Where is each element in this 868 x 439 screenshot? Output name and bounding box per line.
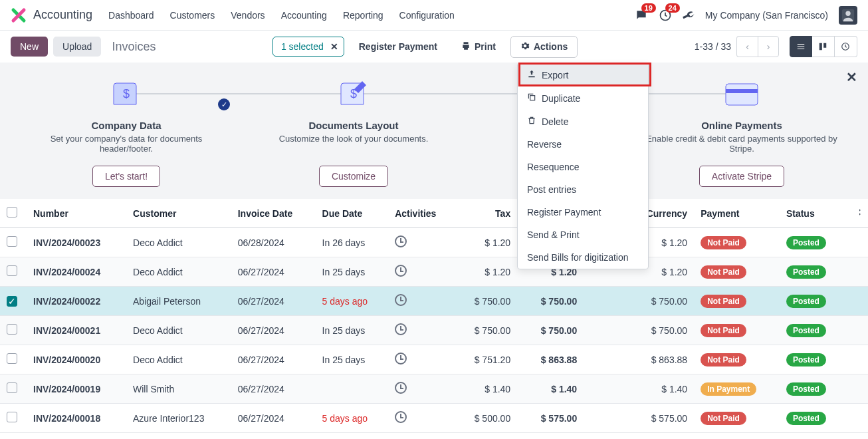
cell-invoice-date: 06/27/2024 (231, 374, 316, 404)
col-activities[interactable]: Activities (388, 199, 456, 228)
upload-icon (527, 69, 536, 80)
cell-status: Posted (780, 316, 845, 345)
messages-badge: 19 (641, 3, 656, 13)
svg-rect-9 (726, 89, 758, 93)
pager-text[interactable]: 1-33 / 33 (695, 41, 731, 52)
cell-invoice-date: 06/27/2024 (231, 316, 316, 345)
cell-payment: Not Paid (694, 316, 780, 345)
pager-prev[interactable]: ‹ (736, 36, 758, 57)
table-row[interactable]: INV/2024/00024Deco Addict06/27/2024In 25… (0, 257, 868, 287)
company-selector[interactable]: My Company (San Francisco) (705, 10, 828, 21)
table-row[interactable]: INV/2024/00023Deco Addict06/28/2024In 26… (0, 228, 868, 257)
row-checkbox[interactable] (7, 382, 17, 393)
dropdown-delete[interactable]: Delete (518, 110, 648, 133)
register-payment-button[interactable]: Register Payment (350, 37, 447, 57)
cell-due-date: In 26 days (316, 228, 389, 257)
cell-total: $ 575.00 (517, 404, 584, 433)
cell-activity[interactable] (388, 374, 456, 404)
cell-number: INV/2024/00019 (27, 374, 126, 404)
cell-payment: In Payment (694, 374, 780, 404)
columns-settings-icon[interactable] (852, 208, 861, 219)
pager-next[interactable]: › (758, 36, 779, 57)
cell-activity[interactable] (388, 257, 456, 287)
cell-invoice-date: 06/27/2024 (231, 404, 316, 433)
print-button[interactable]: Print (452, 37, 505, 57)
nav-configuration[interactable]: Configuration (399, 10, 455, 21)
cell-invoice-date: 06/27/2024 (231, 287, 316, 316)
cell-activity[interactable] (388, 404, 456, 433)
ob-btn-payments[interactable]: Activate Stripe (699, 166, 784, 187)
activities-icon[interactable]: 24 (659, 9, 672, 22)
cell-tax: $ 500.00 (456, 404, 517, 433)
col-payment[interactable]: Payment (694, 199, 780, 228)
selection-count: 1 selected (281, 41, 324, 52)
clock-icon (395, 323, 407, 335)
table-row[interactable]: INV/2024/00021Deco Addict06/27/2024In 25… (0, 316, 868, 345)
nav-accounting[interactable]: Accounting (281, 10, 327, 21)
dropdown-post-entries[interactable]: Post entries (518, 178, 648, 201)
close-icon[interactable]: ✕ (846, 69, 857, 85)
dropdown-send-print[interactable]: Send & Print (518, 223, 648, 246)
cell-due-date (316, 374, 389, 404)
dropdown-register-payment[interactable]: Register Payment (518, 201, 648, 223)
dropdown-duplicate[interactable]: Duplicate (518, 86, 648, 110)
cell-activity[interactable] (388, 345, 456, 374)
col-tax[interactable]: Tax (456, 199, 517, 228)
check-icon: ✓ (218, 98, 230, 110)
view-kanban[interactable] (812, 36, 835, 57)
row-checkbox[interactable] (7, 236, 17, 247)
cell-total: $ 750.00 (517, 316, 584, 345)
new-button[interactable]: New (11, 37, 48, 57)
dropdown-reverse[interactable]: Reverse (518, 133, 648, 156)
trash-icon (527, 116, 536, 127)
cell-number: INV/2024/00018 (27, 404, 126, 433)
cell-activity[interactable] (388, 316, 456, 345)
col-invoice-date[interactable]: Invoice Date (231, 199, 316, 228)
table-row[interactable]: INV/2024/00018Azure Interior12306/27/202… (0, 404, 868, 433)
cell-customer: Deco Addict (126, 257, 231, 287)
row-checkbox[interactable] (7, 412, 17, 422)
print-label: Print (475, 41, 496, 52)
ob-btn-layout[interactable]: Customize (319, 166, 388, 187)
col-number[interactable]: Number (27, 199, 126, 228)
cell-activity[interactable] (388, 228, 456, 257)
nav-reporting[interactable]: Reporting (343, 10, 383, 21)
table-row[interactable]: ✓INV/2024/00022Abigail Peterson06/27/202… (0, 287, 868, 316)
col-status[interactable]: Status (780, 199, 845, 228)
table-row[interactable]: INV/2024/00019Will Smith06/27/2024$ 1.40… (0, 374, 868, 404)
brand-title[interactable]: Accounting (33, 8, 92, 22)
actions-button[interactable]: Actions (510, 36, 578, 58)
cell-tax: $ 1.20 (456, 257, 517, 287)
nav-vendors[interactable]: Vendors (231, 10, 265, 21)
cell-number: INV/2024/00024 (27, 257, 126, 287)
nav-customers[interactable]: Customers (170, 10, 215, 21)
app-logo[interactable] (11, 7, 27, 23)
ob-btn-company[interactable]: Let's start! (92, 166, 160, 187)
dropdown-send-bills[interactable]: Send Bills for digitization (518, 246, 648, 269)
cell-payment: Not Paid (694, 287, 780, 316)
view-list[interactable] (790, 36, 812, 57)
actions-dropdown: Export Duplicate Delete Reverse Resequen… (517, 63, 649, 269)
ob-desc-layout: Customize the look of your documents. (254, 134, 453, 156)
row-checkbox[interactable] (7, 353, 17, 364)
col-due-date[interactable]: Due Date (316, 199, 389, 228)
cell-activity[interactable] (388, 287, 456, 316)
table-row[interactable]: INV/2024/00020Deco Addict06/27/2024In 25… (0, 345, 868, 374)
tools-icon[interactable] (681, 7, 696, 23)
dropdown-export[interactable]: Export (518, 63, 648, 86)
upload-button[interactable]: Upload (53, 37, 101, 57)
row-checkbox[interactable]: ✓ (7, 296, 17, 307)
select-all-checkbox[interactable] (7, 207, 17, 218)
view-activity[interactable] (835, 36, 857, 57)
messages-icon[interactable]: 19 (635, 9, 648, 22)
documents-layout-icon: $ (337, 78, 370, 111)
dropdown-resequence[interactable]: Resequence (518, 156, 648, 178)
row-checkbox[interactable] (7, 324, 17, 335)
col-customer[interactable]: Customer (126, 199, 231, 228)
nav-dashboard[interactable]: Dashboard (108, 10, 154, 21)
clock-icon (395, 265, 407, 277)
row-checkbox[interactable] (7, 265, 17, 276)
avatar[interactable] (839, 6, 857, 25)
cell-customer: Azure Interior123 (126, 404, 231, 433)
clear-selection-icon[interactable]: ✕ (330, 41, 338, 52)
